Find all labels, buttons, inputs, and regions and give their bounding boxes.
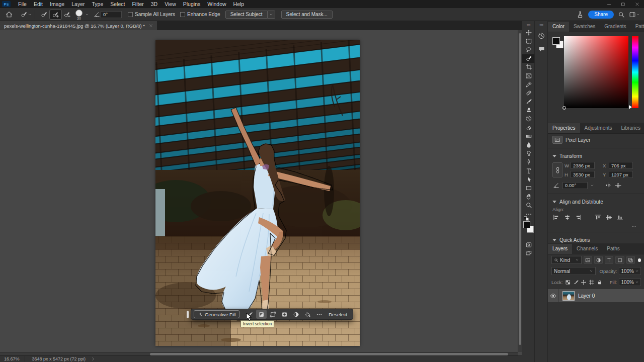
menu-filter[interactable]: Filter	[128, 1, 147, 8]
canvas-area[interactable]	[0, 30, 518, 352]
expand-panels-button[interactable]: ««	[535, 21, 547, 28]
align-left-button[interactable]	[552, 214, 560, 221]
menu-plugins[interactable]: Plugins	[180, 1, 204, 8]
lock-pixels-button[interactable]	[573, 279, 579, 286]
layer-thumbnail[interactable]	[562, 291, 575, 301]
panel-rail-history-button[interactable]	[535, 30, 548, 41]
select-and-mask-button[interactable]: Select and Mask...	[281, 11, 333, 19]
canvas-photo[interactable]	[155, 40, 360, 346]
lock-transparency-button[interactable]	[565, 279, 571, 286]
vertical-scrollbar-thumb[interactable]	[519, 33, 521, 345]
lock-all-button[interactable]	[597, 279, 603, 286]
align-section-header[interactable]: Align and Distribute	[548, 196, 644, 207]
align-center-horizontal-button[interactable]	[564, 214, 571, 221]
menu-view[interactable]: View	[161, 1, 180, 8]
tool-frame[interactable]	[522, 71, 535, 80]
invert-selection-button[interactable]	[256, 310, 267, 319]
y-input[interactable]: 1207 px	[609, 171, 633, 178]
foreground-color-swatch[interactable]	[523, 221, 530, 228]
select-subject-dropdown-button[interactable]	[268, 11, 275, 19]
taskbar-drag-handle[interactable]	[187, 311, 189, 318]
tool-gradient[interactable]	[522, 132, 535, 140]
zoom-level-field[interactable]: 16.67%	[0, 356, 25, 362]
taskbar-more-options-button[interactable]	[314, 310, 325, 319]
align-right-button[interactable]	[575, 214, 582, 221]
tool-pen[interactable]	[522, 158, 535, 166]
tool-preset-picker[interactable]	[20, 11, 32, 18]
tool-move[interactable]	[522, 28, 535, 37]
link-dimensions-button[interactable]	[552, 162, 562, 177]
tool-clone-stamp[interactable]	[522, 106, 535, 115]
select-subject-button[interactable]: Select Subject	[225, 11, 268, 19]
filter-smart-objects-button[interactable]	[626, 256, 635, 264]
screen-mode-button[interactable]	[522, 249, 535, 257]
tool-eyedropper[interactable]	[522, 80, 535, 88]
layer-filter-toggle[interactable]	[638, 258, 641, 262]
tab-channels[interactable]: Channels	[572, 244, 602, 254]
panel-rail-comments-button[interactable]	[535, 43, 548, 54]
quick-mask-button[interactable]	[522, 240, 535, 249]
filter-pixel-layers-button[interactable]	[584, 256, 592, 264]
swap-colors-icon[interactable]	[524, 215, 533, 220]
document-tab[interactable]: pexels-wellington-cunha-1918445.jpg @ 16…	[0, 21, 157, 30]
search-icon[interactable]	[618, 11, 625, 18]
collapse-toolbar-button[interactable]: ««	[522, 21, 534, 28]
menu-help[interactable]: Help	[230, 1, 248, 8]
technology-previews-icon[interactable]	[576, 11, 584, 19]
opacity-input[interactable]: 100%	[619, 267, 641, 275]
foreground-color-swatch[interactable]	[552, 37, 560, 45]
workspace-switcher[interactable]	[629, 11, 640, 18]
tab-libraries[interactable]: Libraries	[617, 123, 644, 133]
fill-input[interactable]: 100%	[619, 278, 641, 286]
sample-all-layers-option[interactable]: Sample All Layers	[128, 12, 175, 17]
status-bar-menu-chevron[interactable]	[91, 356, 96, 361]
menu-3d[interactable]: 3D	[147, 1, 161, 8]
menu-image[interactable]: Image	[46, 1, 68, 8]
tab-patterns[interactable]: Patterns	[631, 22, 644, 32]
minimize-button[interactable]	[602, 0, 616, 8]
tool-hand[interactable]	[522, 193, 535, 201]
tab-paths[interactable]: Paths	[602, 244, 624, 254]
transform-selection-button[interactable]	[268, 310, 278, 319]
tool-brush[interactable]	[522, 98, 535, 106]
chevron-down-icon[interactable]	[85, 13, 89, 17]
align-top-button[interactable]	[594, 214, 602, 221]
tool-rectangular-marquee[interactable]	[522, 37, 535, 45]
enhance-edge-checkbox[interactable]	[180, 12, 185, 17]
align-more-options-button[interactable]	[630, 224, 637, 229]
tool-spot-healing-brush[interactable]	[522, 88, 535, 97]
tool-blur[interactable]	[522, 140, 535, 149]
tool-type[interactable]	[522, 166, 535, 175]
tool-zoom[interactable]	[522, 201, 535, 210]
menu-edit[interactable]: Edit	[30, 1, 46, 8]
generative-fill-button[interactable]: Generative Fill	[194, 310, 239, 318]
blend-mode-dropdown[interactable]: Normal	[551, 267, 596, 275]
saturation-brightness-picker[interactable]	[564, 36, 628, 108]
tab-swatches[interactable]: Swatches	[569, 22, 600, 32]
tab-properties[interactable]: Properties	[548, 123, 580, 133]
deselect-button[interactable]: Deselect	[326, 312, 350, 317]
align-bottom-button[interactable]	[616, 214, 624, 221]
brush-size-picker[interactable]: 30	[74, 9, 84, 20]
new-selection-mode-button[interactable]	[38, 10, 50, 19]
create-mask-button[interactable]	[279, 310, 290, 319]
menu-file[interactable]: File	[15, 1, 30, 8]
filter-shape-layers-button[interactable]	[615, 256, 624, 264]
filter-adjustment-layers-button[interactable]	[594, 256, 603, 264]
menu-layer[interactable]: Layer	[68, 1, 88, 8]
close-button[interactable]	[630, 0, 644, 8]
tab-adjustments[interactable]: Adjustments	[580, 123, 617, 133]
subtract-from-selection-mode-button[interactable]	[61, 10, 73, 19]
tool-path-selection[interactable]	[522, 175, 535, 184]
layer-visibility-toggle[interactable]	[548, 289, 559, 302]
align-middle-vertical-button[interactable]	[605, 214, 613, 221]
fill-selection-button[interactable]	[302, 310, 313, 319]
flip-horizontal-button[interactable]	[604, 182, 612, 189]
tool-dodge[interactable]	[522, 149, 535, 158]
menu-window[interactable]: Window	[204, 1, 229, 8]
tab-color[interactable]: Color	[548, 22, 569, 32]
tab-gradients[interactable]: Gradients	[600, 22, 630, 32]
filter-type-layers-button[interactable]	[605, 256, 613, 264]
add-to-selection-mode-button[interactable]	[50, 10, 61, 19]
transform-section-header[interactable]: Transform	[548, 150, 644, 161]
